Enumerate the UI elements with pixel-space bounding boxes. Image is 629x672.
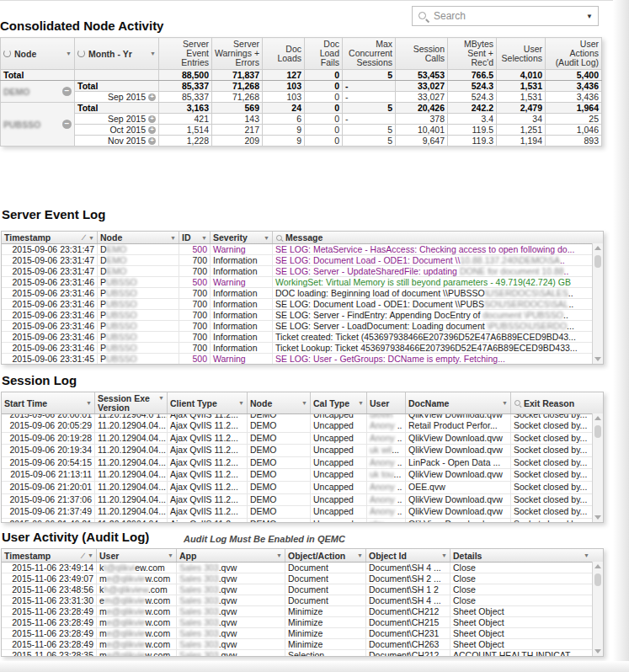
event-log-row[interactable]: 2015-09-06 23:31:46 PUBSSO 700 Informati… (2, 299, 603, 310)
col-details[interactable]: Details ▼ (450, 549, 592, 562)
event-log-row[interactable]: 2015-09-06 23:31:46 PUBSSO 700 Informati… (2, 332, 603, 343)
collapse-icon[interactable]: − (62, 120, 72, 129)
scrollbar-thumb[interactable] (594, 425, 601, 438)
col-app[interactable]: App ▼ (177, 549, 285, 562)
expand-icon[interactable]: + (148, 126, 156, 134)
audit-log-row[interactable]: 2015-11-06 23:49:07 me@qlikview.com Sale… (2, 573, 603, 584)
audit-log-row[interactable]: 2015-11-06 23:28:49 me@qlikview.com Sale… (2, 628, 603, 639)
col-timestamp[interactable]: Timestamp ∕ ▼ (2, 549, 97, 562)
metric-column-header[interactable]: User Selections (497, 38, 546, 70)
col-session-exe-version[interactable]: Session Exe Version ▼ (95, 392, 168, 413)
audit-log-row[interactable]: 2015-11-06 23:28:49 me@qlikview.com Sale… (2, 606, 603, 617)
month-cell[interactable]: Nov 2015 + (75, 136, 159, 147)
metric-column-header[interactable]: User Actions (Audit Log) (546, 38, 602, 70)
event-log-row[interactable]: 2015-09-06 23:31:46 PUBSSO 700 Informati… (2, 321, 603, 332)
session-log-row[interactable]: 2015-09-06 21:37:06 11.20.12904.04... Aj… (2, 494, 603, 507)
expand-icon[interactable]: + (148, 93, 156, 101)
audit-log-scrollbar[interactable] (592, 562, 603, 656)
sort-arrow-icon[interactable]: ▼ (354, 552, 363, 558)
metric-column-header[interactable]: Doc Loads (263, 38, 305, 70)
col-client-type[interactable]: Client Type ▼ (168, 392, 248, 413)
node-cell[interactable]: DEMO − (1, 81, 75, 103)
audit-log-row[interactable]: 2015-11-06 23:48:56 kh@qlikview.com Sale… (2, 584, 603, 595)
session-log-row[interactable]: 2015-09-06 20:54:15 11.20.12904.04... Aj… (2, 457, 603, 470)
event-log-row[interactable]: 2015-09-06 23:31:46 PUBSSO 700 Informati… (2, 343, 603, 354)
search-dropdown-icon[interactable]: ▼ (586, 13, 593, 20)
sort-arrow-icon[interactable]: ▼ (439, 552, 447, 558)
month-row[interactable]: Sep 2015 + 42114360-3783.43425 (1, 114, 602, 125)
session-log-row[interactable]: 2015-09-06 21:20:01 11.20.12904.04... Aj… (2, 482, 603, 494)
col-object-action[interactable]: Object/Action ▼ (285, 549, 366, 562)
column-search-icon[interactable] (514, 399, 521, 407)
metric-column-header[interactable]: Doc Load Fails (305, 38, 343, 70)
col-docname[interactable]: DocName ▼ (406, 392, 511, 413)
search-box[interactable]: Search ▼ (412, 6, 599, 26)
month-cell[interactable]: Sep 2015 + (75, 114, 159, 125)
node-total-row[interactable]: DEMO − Total 85,33771,2681030-33,027524.… (1, 81, 602, 92)
metric-column-header[interactable]: Server Warnings + Errors (212, 38, 263, 70)
node-total-row[interactable]: PUBSSO − Total 3,163569240520,426242.22,… (1, 103, 602, 114)
sort-arrow-icon[interactable]: ▼ (199, 235, 207, 241)
session-log-row[interactable]: 2015-09-06 20:19:28 11.20.12904.04... Aj… (2, 433, 603, 445)
scrollbar-thumb[interactable] (594, 255, 601, 268)
col-start-time[interactable]: Start Time ▼ (2, 392, 95, 413)
sort-arrow-icon[interactable]: ▼ (165, 552, 173, 558)
scroll-down-icon[interactable] (594, 357, 601, 361)
col-node[interactable]: Node ▼ (98, 232, 179, 243)
session-log-row[interactable]: 2015-09-06 20:19:34 11.20.12904.04... Aj… (2, 445, 603, 457)
event-log-row[interactable]: 2015-09-06 23:31:45 PUBSSO 500 Warning S… (2, 354, 603, 365)
expand-icon[interactable]: + (148, 115, 156, 123)
event-log-scrollbar[interactable] (592, 243, 603, 364)
sort-arrow-icon[interactable]: ▼ (86, 235, 94, 241)
sort-arrow-icon[interactable]: ▼ (581, 552, 589, 558)
metric-column-header[interactable]: Server Event Entries (159, 38, 212, 70)
metric-column-header[interactable]: Session Calls (396, 38, 448, 70)
audit-log-row[interactable]: 2015-11-06 23:28:49 me@qlikview.com Sale… (2, 617, 603, 628)
col-id[interactable]: ID ▼ (179, 232, 211, 243)
audit-log-row[interactable]: 2015-11-06 23:28:49 me@qlikview.com Sale… (2, 639, 603, 650)
session-log-row[interactable]: 2015-09-06 21:13:11 11.20.12904.04... Aj… (2, 469, 603, 482)
metric-column-header[interactable]: Max Concurrent Sessions (343, 38, 396, 70)
session-log-row[interactable]: 2015-09-06 21:46:21 11.20.12904.04... Aj… (2, 519, 603, 523)
month-row[interactable]: Nov 2015 + 1,2282099059,647119.31,194893 (1, 136, 602, 147)
session-log-row[interactable]: 2015-09-06 21:37:49 11.20.12904.04... Aj… (2, 506, 603, 519)
event-log-row[interactable]: 2015-09-06 23:31:46 PUBSSO 700 Informati… (2, 310, 603, 321)
scroll-up-icon[interactable] (594, 564, 601, 568)
sort-arrow-icon[interactable]: ▼ (355, 400, 364, 406)
clipped-session-row[interactable]: 2015-09-06 20:00:01 11.20.12904.0 1... A… (2, 414, 603, 420)
month-column-header[interactable]: Month - Yr ▼ (75, 38, 159, 70)
scroll-up-icon[interactable] (594, 246, 601, 250)
sort-arrow-icon[interactable]: ▼ (499, 400, 508, 406)
audit-log-row[interactable]: 2015-11-06 23:31:30 em@qlikview.com Sale… (2, 595, 603, 606)
collapse-icon[interactable]: − (62, 87, 72, 96)
metric-column-header[interactable]: MBytes Sent + Rec'd (448, 38, 497, 70)
event-log-row[interactable]: 2015-09-06 23:31:46 PUBSSO 500 Warning W… (2, 277, 603, 288)
grand-total-row[interactable]: Total 88,50071,8371270553,453766.54,0105… (1, 70, 602, 81)
session-log-row[interactable]: 2015-09-06 20:05:29 11.20.12904.04... Aj… (2, 420, 603, 433)
col-user[interactable]: User (367, 392, 406, 413)
event-log-row[interactable]: 2015-09-06 23:31:47 DEMO 700 Information… (2, 255, 603, 266)
month-row[interactable]: Oct 2015 + 1,51421790510,401119.51,2511,… (1, 125, 602, 136)
col-message[interactable]: Message (273, 232, 592, 243)
sort-arrow-icon[interactable]: ▼ (63, 51, 72, 56)
month-cell[interactable]: Sep 2015 + (75, 92, 159, 103)
scrollbar-thumb[interactable] (594, 573, 601, 586)
sort-arrow-icon[interactable]: ▼ (168, 235, 176, 241)
col-cal-type[interactable]: Cal Type ▼ (311, 392, 367, 413)
sort-arrow-icon[interactable]: ▼ (83, 400, 92, 406)
col-object-id[interactable]: Object Id ▼ (366, 549, 450, 562)
sort-arrow-icon[interactable]: ▼ (299, 400, 307, 406)
audit-log-row[interactable]: 2015-11-06 23:49:14 kt@qlikview.com Sale… (2, 563, 603, 573)
sort-arrow-icon[interactable]: ▼ (147, 51, 156, 56)
scroll-up-icon[interactable] (594, 416, 601, 420)
scroll-down-icon[interactable] (594, 515, 601, 520)
sort-arrow-icon[interactable]: ▼ (274, 552, 282, 558)
month-cell[interactable]: Oct 2015 + (75, 125, 159, 136)
col-exit-reason[interactable]: Exit Reason (511, 392, 592, 413)
node-cell[interactable]: PUBSSO − (1, 103, 75, 147)
scroll-down-icon[interactable] (594, 649, 601, 653)
col-timestamp[interactable]: Timestamp ∕ ▼ (2, 232, 98, 243)
search-input[interactable]: Search (434, 10, 586, 22)
cycle-group-icon[interactable] (3, 50, 11, 57)
sort-arrow-icon[interactable]: ▼ (236, 400, 244, 406)
